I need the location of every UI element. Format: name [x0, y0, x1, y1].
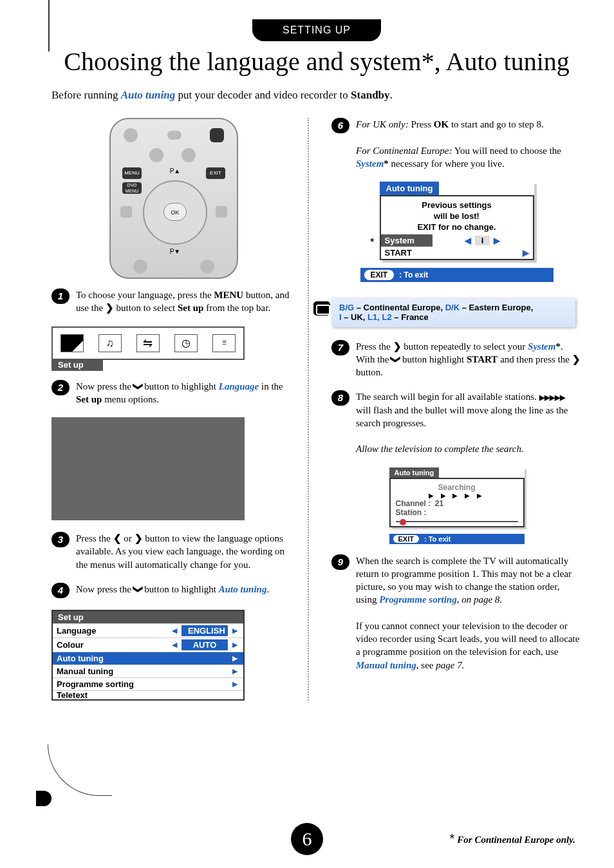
- step-number: 8: [331, 390, 349, 406]
- step-number: 2: [51, 380, 70, 395]
- setup-menu-header: Set up: [53, 611, 243, 623]
- step-6: 6 For UK only: Press OK to start and go …: [331, 118, 582, 170]
- osd-tab-bar: ♫ ⇋ ◷ ☰ Set up: [51, 326, 296, 371]
- remote-exit-btn: EXIT: [206, 167, 225, 179]
- step-number: 4: [51, 583, 70, 598]
- decor-line: [48, 0, 50, 52]
- remote-dvd-menu-btn: DVD MENU: [122, 182, 142, 194]
- setup-row-manual-tuning: Manual tuning ▶: [53, 665, 243, 677]
- step-number: 7: [331, 340, 349, 355]
- remote-ok-btn: OK: [163, 203, 187, 221]
- step-2: 2 Now press the ❯ button to highlight La…: [51, 380, 296, 406]
- remote-btn-power: [210, 128, 224, 142]
- remote-menu-btn: MENU: [122, 167, 142, 179]
- step-number: 1: [51, 288, 70, 304]
- column-divider: [308, 118, 309, 701]
- osd-tab-label: Set up: [51, 359, 103, 371]
- auto-tuning-start-row: START ▶: [381, 247, 533, 259]
- remote-btn-generic: [149, 148, 163, 162]
- asterisk-icon: *: [371, 236, 374, 247]
- auto-tuning-tab: Auto tuning: [380, 182, 440, 195]
- tab-feature-icon: ⇋: [136, 334, 160, 352]
- remote-btn-generic: [124, 128, 138, 142]
- decor-corner: [36, 791, 51, 806]
- step-7: 7 Press the ❯ button repeatedly to selec…: [331, 340, 582, 379]
- setup-row-auto-tuning: Auto tuning ▶: [53, 652, 243, 665]
- decor-curve: [48, 744, 112, 796]
- tab-sound-icon: ♫: [98, 334, 122, 352]
- setup-menu-osd: Set up Language ◀ENGLISH▶ Colour ◀AUTO▶ …: [51, 610, 245, 701]
- searching-osd: Auto tuning Searching ▶ ▶ ▶ ▶ ▶ Channel …: [389, 467, 525, 527]
- osd-screenshot-placeholder: [51, 417, 245, 520]
- step-4: 4 Now press the ❯ button to highlight Au…: [51, 583, 296, 598]
- tab-timer-icon: ◷: [174, 334, 198, 352]
- intro-text: Before running Auto tuning put your deco…: [51, 89, 582, 102]
- page-title: Choosing the language and system*, Auto …: [51, 48, 582, 76]
- section-header: SETTING UP: [252, 19, 381, 41]
- step-3: 3 Press the ❮ or ❯ button to view the la…: [51, 532, 296, 571]
- note-icon: [313, 301, 330, 316]
- step-9: 9 When the search is complete the TV wil…: [331, 554, 582, 672]
- exit-bar: EXIT : To exit: [360, 268, 554, 282]
- remote-p-up: P▲: [167, 167, 183, 175]
- step-number: 3: [51, 532, 70, 547]
- page-number: 6: [291, 823, 323, 855]
- remote-btn-generic: [133, 259, 147, 274]
- setup-row-programme-sorting: Programme sorting ▶: [53, 677, 243, 690]
- remote-illustration: MENU P▲ EXIT DVD MENU OK P▼: [109, 118, 238, 279]
- auto-tuning-system-row: System ◀I▶: [381, 234, 533, 247]
- footnote: *For Continental Europe only.: [450, 831, 575, 846]
- step-number: 9: [331, 554, 349, 570]
- remote-p-down: P▼: [167, 248, 183, 255]
- exit-bar-small: EXIT : To exit: [389, 534, 525, 544]
- remote-btn-generic: [167, 131, 181, 140]
- setup-row-language: Language ◀ENGLISH▶: [53, 623, 243, 637]
- tab-setup-icon: ☰: [212, 334, 236, 352]
- setup-row-teletext: Teletext: [53, 690, 243, 699]
- exit-pill: EXIT: [364, 270, 395, 280]
- step-8: 8 The search will begin for all availabl…: [331, 390, 582, 455]
- remote-btn-generic: [216, 206, 227, 218]
- remote-btn-generic: [200, 259, 214, 274]
- remote-btn-generic: [181, 148, 196, 162]
- step-number: 6: [331, 118, 349, 133]
- step-1: 1 To choose your language, press the MEN…: [51, 288, 296, 315]
- system-note-box: B/G – Continental Europe, D/K – Eastern …: [331, 297, 575, 327]
- tab-picture-icon: [60, 334, 84, 352]
- setup-row-colour: Colour ◀AUTO▶: [53, 637, 243, 652]
- auto-tuning-osd: Auto tuning Previous settings will be lo…: [380, 182, 534, 260]
- remote-btn-generic: [120, 206, 132, 218]
